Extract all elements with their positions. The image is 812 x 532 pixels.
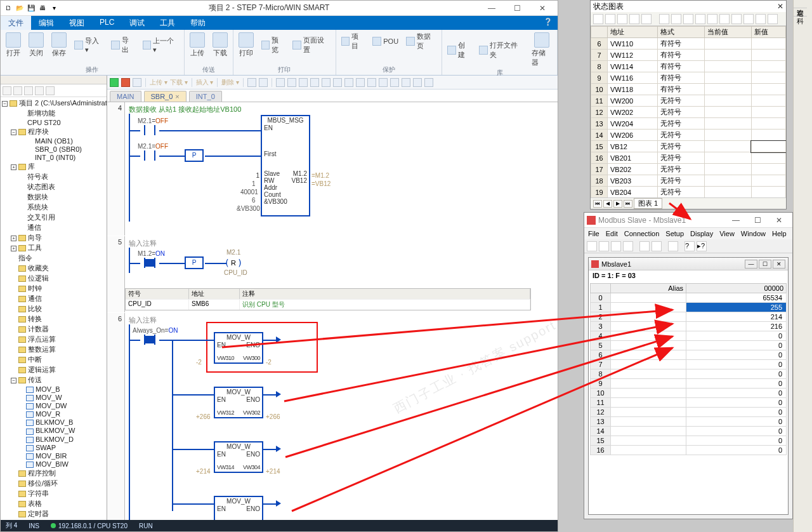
close-button[interactable]: ✕ [530, 1, 555, 15]
modbus-row[interactable]: 80 [591, 369, 787, 379]
modbus-row[interactable]: 90 [591, 379, 787, 389]
mov-w-block[interactable]: MOV_WENENO [214, 496, 263, 520]
child-maximize-button[interactable]: ☐ [759, 260, 771, 269]
contact[interactable] [140, 150, 159, 161]
ribbon-tab[interactable]: 文件 [1, 16, 31, 30]
ed-tool-icon[interactable] [367, 78, 376, 87]
p-trigger[interactable]: P [185, 149, 204, 162]
datapage-icon[interactable]: 数据页 [405, 31, 438, 51]
status-row[interactable]: 19VB204无符号 [591, 187, 786, 198]
tab-close-icon[interactable]: × [175, 93, 179, 100]
tree-node[interactable]: −程序块 [2, 127, 105, 137]
sc-tool-icon[interactable] [629, 14, 639, 24]
page-setup-icon[interactable]: 页面设置 [291, 31, 331, 59]
project-tree[interactable]: −项目 2 (C:\Users\Administrator\Desktop)新增… [1, 97, 107, 520]
open-icon[interactable]: 打开 [4, 31, 22, 59]
modbus-row[interactable]: 110 [591, 398, 787, 408]
chart-sheet-tab[interactable]: 图表 1 [634, 198, 662, 209]
modbus-row[interactable]: 150 [591, 436, 787, 446]
help-icon[interactable]: ❔ [539, 16, 558, 30]
tree-node[interactable]: MOV_R [2, 410, 105, 418]
close-button[interactable]: ✕ [768, 213, 790, 227]
tree-node[interactable]: MOV_BIW [2, 460, 105, 469]
modbus-row[interactable]: 140 [591, 427, 787, 436]
sc-tool-icon[interactable] [641, 14, 652, 24]
modbus-row[interactable]: 160 [591, 446, 787, 455]
tree-node[interactable]: SBR_0 (SBR0) [2, 145, 105, 154]
mb-help-icon[interactable]: ? [684, 241, 695, 251]
menu-item[interactable]: Display [690, 230, 713, 237]
status-row[interactable]: 10VW118有符号 [591, 84, 786, 95]
ed-tool-icon[interactable] [287, 78, 296, 87]
tree-node[interactable]: 数据块 [2, 192, 105, 203]
tree-node[interactable]: 整数运算 [2, 345, 105, 355]
status-row[interactable]: 14VW206无符号 [591, 130, 786, 141]
nav-next-icon[interactable]: ▶ [613, 200, 622, 208]
tree-node[interactable]: −项目 2 (C:\Users\Administrator\Desktop) [2, 98, 105, 109]
mb-tool-icon[interactable] [652, 241, 662, 251]
tree-node[interactable]: 时钟 [2, 284, 105, 294]
tree-node[interactable]: 计数器 [2, 324, 105, 335]
tree-node[interactable]: 收藏夹 [2, 263, 105, 274]
sc-tool-icon[interactable] [719, 14, 730, 24]
tree-node[interactable]: 符号表 [2, 172, 105, 182]
mb-tool-icon[interactable] [599, 241, 609, 251]
mb-tool-icon[interactable] [611, 241, 621, 251]
ed-tool-icon[interactable] [333, 78, 342, 87]
mb-whats-this-icon[interactable]: ▸? [697, 241, 707, 251]
sc-tool-icon[interactable] [731, 14, 742, 24]
right-tab-welcome[interactable]: 欢迎 [794, 0, 807, 8]
ed-tool-icon[interactable] [310, 78, 319, 87]
p-trigger[interactable]: P [185, 256, 204, 269]
tree-node[interactable]: BLKMOV_D [2, 436, 105, 444]
sc-tool-icon[interactable] [593, 14, 603, 24]
ribbon-tab[interactable]: PLC [92, 16, 122, 30]
modbus-row[interactable]: 3216 [591, 322, 787, 331]
tree-node[interactable]: 表格 [2, 499, 105, 509]
tree-node[interactable]: MAIN (OB1) [2, 137, 105, 145]
ed-tool-icon[interactable] [299, 78, 308, 87]
tree-node[interactable]: MOV_B [2, 385, 105, 394]
save-icon[interactable]: 保存 [50, 31, 68, 59]
contact-on[interactable] [140, 335, 159, 345]
minimize-button[interactable]: — [479, 1, 504, 15]
tree-node[interactable]: +向导 [2, 233, 105, 243]
symbol-row[interactable]: CPU_ID SMB6 识别 CPU 型号 [126, 299, 530, 310]
pou-icon[interactable]: POU [371, 31, 400, 51]
mov-w-block[interactable]: MOV_WENENOVW312VW302 [214, 387, 263, 418]
modbus-row[interactable]: 120 [591, 408, 787, 417]
menu-item[interactable]: Connection [624, 230, 660, 237]
mb-tool-icon[interactable] [668, 241, 678, 251]
tree-node[interactable]: 程序控制 [2, 469, 105, 479]
tree-node[interactable]: 中断 [2, 355, 105, 365]
mbus-msg-block[interactable]: MBUS_MSG EN First SlaveM1.2 RWVB12 Addr … [261, 115, 310, 216]
modbus-row[interactable]: 2214 [591, 312, 787, 322]
modbus-row[interactable]: 1255 [591, 303, 787, 312]
ed-tool-icon[interactable] [402, 78, 410, 87]
tree-node[interactable]: 定时器 [2, 509, 105, 519]
tree-tool-icon[interactable] [3, 86, 11, 95]
modbus-row[interactable]: 100 [591, 389, 787, 398]
qat-dropdown-icon[interactable]: ▾ [49, 3, 59, 13]
tree-node[interactable]: MOV_W [2, 394, 105, 402]
sc-tool-icon[interactable] [695, 14, 705, 24]
modbus-row[interactable]: 70 [591, 360, 787, 369]
menu-item[interactable]: View [719, 230, 735, 237]
tree-node[interactable]: BLKMOV_B [2, 418, 105, 427]
tree-node[interactable]: CPU ST20 [2, 119, 105, 127]
status-chart-table[interactable]: 地址格式当前值新值6VW110有符号7VW112有符号8VW114有符号9VW1… [591, 26, 786, 197]
tree-node[interactable]: BLKMOV_W [2, 427, 105, 435]
create-icon[interactable]: 创建 [446, 31, 473, 69]
tree-tool-icon[interactable] [46, 86, 55, 95]
export-icon[interactable]: 导出 [110, 31, 136, 59]
contact-on[interactable] [140, 258, 159, 268]
modbus-grid[interactable]: Alias00000065534125522143216405060708090… [590, 283, 787, 513]
minimize-button[interactable]: — [725, 213, 747, 227]
tree-node[interactable]: 字符串 [2, 489, 105, 499]
tree-node[interactable]: 转换 [2, 314, 105, 324]
sc-tool-icon[interactable] [605, 14, 615, 24]
qat-save-icon[interactable]: 💾 [26, 3, 36, 13]
tree-node[interactable]: 通信 [2, 223, 105, 233]
ed-tool-icon[interactable] [344, 78, 353, 87]
upload-icon[interactable]: 上传 [188, 31, 206, 59]
